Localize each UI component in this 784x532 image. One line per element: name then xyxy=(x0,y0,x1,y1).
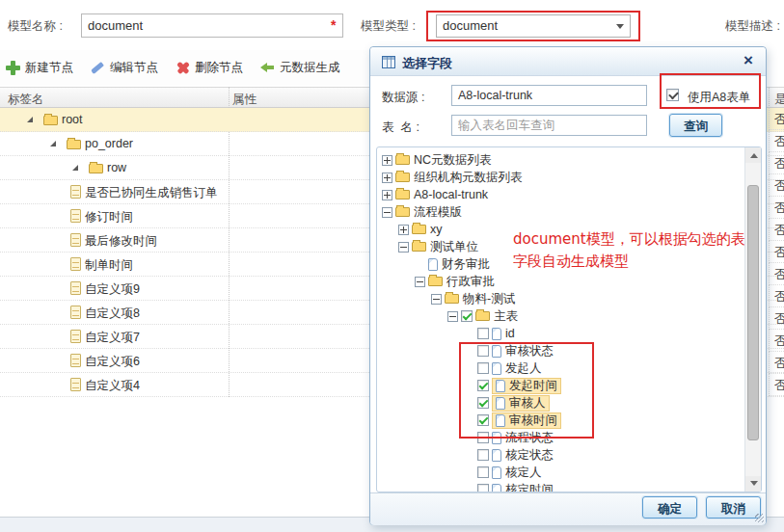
selected-field-highlight: 审核人 xyxy=(492,395,550,412)
ok-button[interactable]: 确定 xyxy=(642,496,697,519)
scrollbar[interactable] xyxy=(744,147,761,492)
field-tree-row[interactable]: id xyxy=(377,325,743,342)
document-icon xyxy=(70,330,81,343)
field-checkbox[interactable] xyxy=(477,449,489,461)
field-label: 核定人 xyxy=(505,465,542,481)
field-tree-row[interactable]: 审核状态 xyxy=(377,342,743,359)
table-row: 否 xyxy=(769,330,784,352)
scroll-down-icon[interactable] xyxy=(745,476,762,492)
tree-node-label: row xyxy=(107,161,126,174)
folder-icon xyxy=(445,294,459,304)
expander-minus-icon[interactable] xyxy=(447,311,458,322)
tree-node-label: 是否已协同生成销售订单 xyxy=(85,185,218,201)
model-tree: rootpo_orderrow是否已协同生成销售订单修订时间最后修改时间制单时间… xyxy=(0,108,369,397)
expander-open-icon[interactable] xyxy=(27,117,33,122)
field-tree-row[interactable]: NC元数据列表 xyxy=(377,151,743,169)
tree-node-label: 制单时间 xyxy=(85,257,133,274)
expander-open-icon[interactable] xyxy=(50,141,56,146)
expander-plus-icon[interactable] xyxy=(382,155,392,166)
expander-open-icon[interactable] xyxy=(72,165,78,171)
field-label: 行政审批 xyxy=(446,274,495,290)
expander-plus-icon[interactable] xyxy=(382,190,392,200)
model-name-input[interactable] xyxy=(81,13,343,38)
field-tree-row[interactable]: 行政审批 xyxy=(377,273,743,290)
toolbar-button-delete-node[interactable]: 删除节点 xyxy=(176,60,243,76)
table-row: 否 xyxy=(769,174,784,197)
model-editor-page: 模型名称 : * 模型类型 : document 模型描述 : 新建节点编辑节点… xyxy=(0,0,784,532)
use-a8-checkbox[interactable] xyxy=(666,89,679,101)
dialog-titlebar[interactable]: 选择字段 × xyxy=(370,47,766,76)
tree-node-label: po_order xyxy=(85,137,133,150)
tree-node-label: 最后修改时间 xyxy=(85,233,157,250)
folder-icon xyxy=(428,277,443,286)
expander-minus-icon[interactable] xyxy=(398,242,409,253)
toolbar-button-metadata-generate[interactable]: 元数据生成 xyxy=(260,60,340,76)
tree-node-label: 自定义项8 xyxy=(85,306,140,322)
model-type-select[interactable]: document xyxy=(436,14,631,38)
field-tree-row[interactable]: 发起时间 xyxy=(377,377,743,394)
toolbar-button-label: 元数据生成 xyxy=(280,60,340,76)
field-label: 发起人 xyxy=(505,360,542,377)
field-checkbox[interactable] xyxy=(477,466,489,478)
expander-plus-icon[interactable] xyxy=(398,225,409,235)
folder-icon xyxy=(412,225,426,234)
field-tree-row[interactable]: 流程模版 xyxy=(377,203,743,221)
required-marker: * xyxy=(331,17,336,33)
field-tree-row[interactable]: 组织机构元数据列表 xyxy=(377,169,743,186)
datasource-select[interactable]: A8-local-trunk xyxy=(451,85,647,106)
folder-icon xyxy=(412,242,426,252)
model-type-label: 模型类型 : xyxy=(361,18,416,35)
folder-icon xyxy=(395,207,410,217)
field-tree-row[interactable]: 流程状态 xyxy=(377,429,743,446)
expander-plus-icon[interactable] xyxy=(382,173,392,183)
toolbar-button-label: 新建节点 xyxy=(25,60,73,76)
field-tree-row[interactable]: 核定状态 xyxy=(377,446,743,464)
field-checkbox[interactable] xyxy=(477,328,489,339)
field-label: 核定时间 xyxy=(505,482,554,493)
use-a8-label: 使用A8表单 xyxy=(688,90,750,106)
right-clipped-column: 是 否否否否否否否否否否否否否 xyxy=(769,87,784,396)
field-label: 测试单位 xyxy=(430,239,478,255)
field-checkbox[interactable] xyxy=(477,362,489,374)
field-checkbox[interactable] xyxy=(477,397,489,409)
resize-grip[interactable] xyxy=(755,514,764,522)
document-icon xyxy=(70,185,81,199)
field-checkbox[interactable] xyxy=(477,432,489,443)
cancel-button[interactable]: 取消 xyxy=(706,496,761,519)
scrollbar-thumb[interactable] xyxy=(747,185,759,440)
close-icon[interactable]: × xyxy=(743,52,753,69)
field-tree-row[interactable]: 核定人 xyxy=(377,464,743,481)
folder-icon xyxy=(89,164,103,173)
field-label: 流程模版 xyxy=(414,204,462,221)
field-checkbox[interactable] xyxy=(461,310,473,322)
field-checkbox[interactable] xyxy=(477,345,489,357)
field-checkbox[interactable] xyxy=(477,380,489,391)
plus-icon xyxy=(6,61,20,75)
document-icon xyxy=(70,306,81,319)
chevron-down-icon xyxy=(616,24,624,29)
delete-icon xyxy=(176,61,190,75)
table-name-input[interactable] xyxy=(451,115,647,136)
tree-node-label: 修订时间 xyxy=(85,209,133,226)
expander-minus-icon[interactable] xyxy=(415,277,425,287)
field-tree-row[interactable]: 审核人 xyxy=(377,394,743,412)
field-tree-row[interactable]: 物料-测试 xyxy=(377,290,743,307)
field-tree-row[interactable]: A8-local-trunk xyxy=(377,186,743,203)
toolbar-button-edit-node[interactable]: 编辑节点 xyxy=(91,60,158,76)
field-tree-row[interactable]: 发起人 xyxy=(377,359,743,377)
field-tree-row[interactable]: 核定时间 xyxy=(377,481,743,492)
table-row: 否 xyxy=(769,108,784,130)
table-grid-icon xyxy=(382,56,395,68)
search-button[interactable]: 查询 xyxy=(669,114,722,137)
expander-minus-icon[interactable] xyxy=(382,207,392,218)
table-row: 否 xyxy=(769,152,784,174)
field-tree-row[interactable]: 主表 xyxy=(377,307,743,325)
field-label: 发起时间 xyxy=(509,378,557,394)
field-checkbox[interactable] xyxy=(477,484,489,492)
field-checkbox[interactable] xyxy=(477,414,489,426)
scroll-up-icon[interactable] xyxy=(745,147,762,163)
document-icon xyxy=(496,380,505,392)
expander-minus-icon[interactable] xyxy=(431,294,442,305)
toolbar-button-new-node[interactable]: 新建节点 xyxy=(6,60,73,76)
field-tree-row[interactable]: 审核时间 xyxy=(377,412,743,429)
